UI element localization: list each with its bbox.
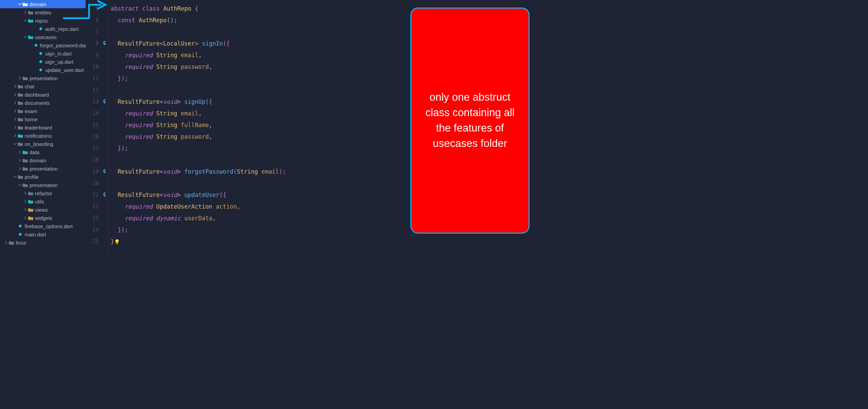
chevron-right-icon[interactable] xyxy=(23,208,27,211)
gutter-icon-slot xyxy=(101,131,108,142)
chevron-right-icon[interactable] xyxy=(13,134,17,137)
line-number: 16 xyxy=(86,131,101,142)
tree-item-domain[interactable]: domain xyxy=(0,156,86,164)
folder-icon xyxy=(17,109,23,113)
gutter-icon-slot xyxy=(101,108,108,119)
tree-item-linux[interactable]: linux xyxy=(0,238,86,247)
tree-item-label: widgets xyxy=(35,215,52,221)
tree-item-exam[interactable]: exam xyxy=(0,107,86,115)
chevron-right-icon[interactable] xyxy=(18,159,22,162)
flutter-icon[interactable] xyxy=(102,99,107,104)
tree-item-views[interactable]: views xyxy=(0,206,86,214)
tree-item-presentation[interactable]: presentation xyxy=(0,164,86,173)
gutter-icon-slot xyxy=(101,96,108,108)
chevron-down-icon[interactable] xyxy=(13,175,17,178)
tree-item-presentation[interactable]: presentation xyxy=(0,181,86,189)
file-explorer[interactable]: domainentitiesreposauth_repo.dartusecase… xyxy=(0,0,86,257)
tree-item-dashboard[interactable]: dashboard xyxy=(0,90,86,99)
chevron-right-icon[interactable] xyxy=(18,150,22,154)
chevron-right-icon[interactable] xyxy=(13,126,17,129)
tree-item-sign-in-dart[interactable]: sign_in.dart xyxy=(0,49,86,58)
line-number: 19 xyxy=(86,166,101,177)
svg-marker-3 xyxy=(39,60,42,63)
gutter-icon-slot xyxy=(101,84,108,96)
line-number: 18 xyxy=(86,154,101,166)
folder-icon xyxy=(27,10,34,14)
chevron-right-icon[interactable] xyxy=(23,200,27,203)
folder-icon xyxy=(17,101,23,105)
svg-marker-0 xyxy=(39,27,42,30)
svg-marker-1 xyxy=(34,44,38,47)
tree-item-label: exam xyxy=(25,108,37,114)
gutter-icon-slot xyxy=(101,189,108,201)
tree-item-entities[interactable]: entities xyxy=(0,8,86,16)
chevron-down-icon[interactable] xyxy=(13,142,17,146)
tree-item-auth-repo-dart[interactable]: auth_repo.dart xyxy=(0,25,86,33)
gutter-icon-slot xyxy=(101,212,108,224)
folder-icon xyxy=(22,150,28,154)
tree-item-forgot-password-dart[interactable]: forgot_password.dart xyxy=(0,41,86,49)
chevron-right-icon[interactable] xyxy=(18,167,22,170)
svg-marker-6 xyxy=(18,233,22,236)
folder-icon xyxy=(17,175,23,179)
tree-item-documents[interactable]: documents xyxy=(0,99,86,107)
line-number: 14 xyxy=(86,108,101,119)
line-number: 9 xyxy=(86,49,101,61)
folder-icon xyxy=(22,158,28,162)
chevron-right-icon[interactable] xyxy=(18,76,22,80)
gutter-icon-slot xyxy=(101,3,108,14)
tree-item-update-user-dart[interactable]: update_user.dart xyxy=(0,66,86,74)
line-number: 10 xyxy=(86,61,101,73)
gutter-icon-slot xyxy=(101,49,108,61)
line-number: 15 xyxy=(86,119,101,131)
tree-item-main-dart[interactable]: main.dart xyxy=(0,230,86,238)
tree-item-usecases[interactable]: usecases xyxy=(0,33,86,41)
folder-icon xyxy=(27,18,34,23)
chevron-down-icon[interactable] xyxy=(18,2,22,6)
dart-file-icon xyxy=(38,51,44,56)
chevron-right-icon[interactable] xyxy=(23,216,27,220)
chevron-right-icon[interactable] xyxy=(13,117,17,121)
folder-icon xyxy=(22,183,28,187)
tree-item-refactor[interactable]: refactor xyxy=(0,189,86,197)
lightbulb-icon[interactable]: 💡 xyxy=(114,239,120,245)
folder-icon xyxy=(27,208,34,212)
chevron-down-icon[interactable] xyxy=(18,183,22,187)
chevron-down-icon[interactable] xyxy=(23,19,27,22)
tree-item-notifications[interactable]: notifications xyxy=(0,132,86,140)
dart-file-icon xyxy=(38,26,44,31)
code-line-25: }💡 xyxy=(109,236,534,247)
gutter-icon-slot xyxy=(101,177,108,189)
folder-open-icon xyxy=(22,2,28,6)
tree-item-sign-up-dart[interactable]: sign_up.dart xyxy=(0,58,86,66)
chevron-right-icon[interactable] xyxy=(13,101,17,104)
chevron-down-icon[interactable] xyxy=(23,35,27,39)
dart-file-icon xyxy=(38,67,44,72)
tree-item-label: firebase_options.dart xyxy=(25,223,73,229)
tree-item-repos[interactable]: repos xyxy=(0,16,86,25)
tree-item-presentation[interactable]: presentation xyxy=(0,74,86,82)
tree-item-home[interactable]: home xyxy=(0,115,86,123)
folder-icon xyxy=(22,76,28,80)
line-number: 17 xyxy=(86,142,101,154)
gutter-icon-slot xyxy=(101,14,108,26)
tree-item-on-boarding[interactable]: on_boarding xyxy=(0,140,86,148)
tree-item-chat[interactable]: chat xyxy=(0,82,86,90)
chevron-right-icon[interactable] xyxy=(23,11,27,14)
tree-item-utils[interactable]: utils xyxy=(0,197,86,206)
chevron-right-icon[interactable] xyxy=(23,191,27,195)
flutter-icon[interactable] xyxy=(102,41,107,46)
tree-item-data[interactable]: data xyxy=(0,148,86,156)
tree-item-leaderboard[interactable]: leaderboard xyxy=(0,123,86,132)
tree-item-domain[interactable]: domain xyxy=(0,0,86,8)
flutter-icon[interactable] xyxy=(102,169,107,174)
tree-item-profile[interactable]: profile xyxy=(0,173,86,181)
tree-item-widgets[interactable]: widgets xyxy=(0,214,86,222)
folder-icon xyxy=(27,35,34,39)
chevron-right-icon[interactable] xyxy=(13,93,17,96)
flutter-icon[interactable] xyxy=(102,193,107,197)
chevron-right-icon[interactable] xyxy=(13,85,17,88)
chevron-right-icon[interactable] xyxy=(4,241,8,244)
tree-item-firebase-options-dart[interactable]: firebase_options.dart xyxy=(0,222,86,230)
chevron-right-icon[interactable] xyxy=(13,109,17,113)
